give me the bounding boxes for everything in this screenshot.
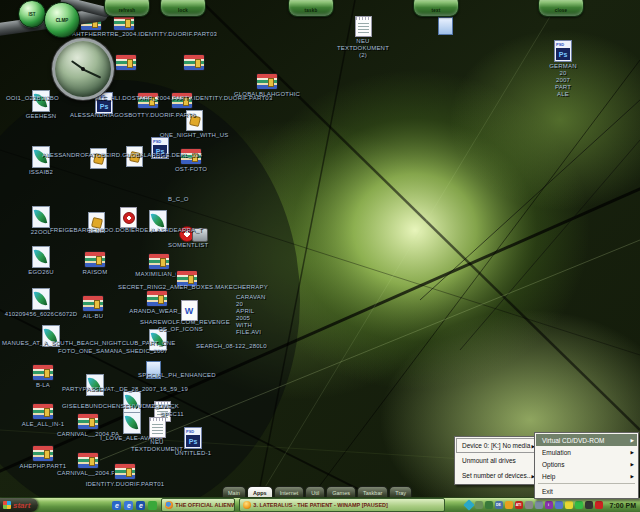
system-tray: DEATIi (465, 501, 607, 509)
menu-item-label: Emulation (542, 449, 571, 456)
tray-yellow[interactable] (565, 501, 573, 509)
taskbar-window-winamp[interactable]: 3. LATERALUS - THE PATIENT - WINAMP [PAU… (239, 498, 445, 512)
menu-item-help[interactable]: Help▶ (536, 470, 637, 482)
desktop-floating-label: ALESSANDRIAGOSBOTTY.DUORIF.PART0 (70, 112, 195, 119)
taskbar: start eee THE OFFICIAL ALIENWARE ANDROID… (0, 497, 640, 512)
tray-moon[interactable] (575, 501, 583, 509)
tray-daemon[interactable] (595, 501, 603, 509)
menu-separator (538, 483, 635, 484)
desktop-floating-label: PARTYPASSEVAT._DE_28_2007_16_59_19 (62, 386, 188, 393)
winamp-icon (243, 501, 251, 509)
menu-item-label: Set number of devices... (462, 472, 532, 479)
tray-media[interactable]: i (545, 501, 553, 509)
desktop-floating-label: ALESSANDROFATOBEIRD.GLOBALARRGE.DEKL_034 (42, 152, 202, 159)
analog-clock-widget (52, 38, 114, 100)
orb-button-big[interactable]: CLMP (44, 2, 80, 38)
desktop-floating-label: OS_OF_ICONS (158, 326, 203, 333)
menu-item-label: Options (542, 461, 564, 468)
menu-item-label: Help (542, 473, 555, 480)
menu-item-label: Exit (542, 488, 553, 495)
menu-item-label: Virtual CD/DVD-ROM (542, 437, 604, 444)
device-submenu: Device 0: [K:] No media▶Unmount all driv… (454, 436, 540, 485)
submenu-arrow-icon: ▶ (631, 462, 634, 467)
orb-button-small[interactable]: IST (18, 0, 46, 28)
tray-dark[interactable] (585, 501, 593, 509)
menu-item-device-0-k-no-media[interactable]: Device 0: [K:] No media▶ (456, 438, 538, 453)
top-button-lock[interactable]: lock (160, 0, 206, 17)
tray-context-menu: Virtual CD/DVD-ROM▶Emulation▶Options▶Hel… (534, 432, 639, 499)
desktop-floating-label: FOTO_ONE_SAMANA_SHEDIC_2007 (58, 348, 168, 355)
top-button-taskb[interactable]: taskb (288, 0, 334, 17)
menu-item-set-number-of-devices[interactable]: Set number of devices...▶ (456, 468, 538, 483)
start-button-label: start (13, 501, 30, 510)
taskbar-window-title: THE OFFICIAL ALIENWARE ANDROID FORUM !! … (175, 502, 235, 508)
desktop-floating-label: B_C_O (168, 196, 189, 203)
desktop-floating-label: SPECIAL_PH_ENHANCED (138, 372, 216, 379)
desktop-floating-label: SOMENTLIST (168, 242, 208, 249)
tray-burst[interactable] (505, 501, 513, 509)
firefox-icon (165, 501, 173, 509)
menu-item-label: Device 0: [K:] No media (462, 442, 530, 449)
taskbar-window-buttons: THE OFFICIAL ALIENWARE ANDROID FORUM !! … (157, 498, 445, 512)
desktop-floating-label: AHTFHERRTRE_2004.IDENTITY.DUORIF.PART03 (72, 31, 217, 38)
tray-steel[interactable] (535, 501, 543, 509)
tray-clock: 7:00 PM (607, 502, 640, 509)
start-button[interactable]: start (0, 498, 38, 512)
tray-multicolor[interactable] (525, 501, 533, 509)
submenu-arrow-icon: ▶ (631, 474, 634, 479)
desktop-floating-label: SECRET_RING2_AMER_BOXES.MAKECHERRAPY (118, 284, 268, 291)
desktop-floating-label: M2_UVE_ (146, 403, 175, 410)
clock-center-dot (81, 67, 85, 71)
desktop: IST CLMP refreshlocktaskbtextclose NEU T… (0, 0, 640, 512)
tray-window[interactable] (555, 501, 563, 509)
top-button-text[interactable]: text (413, 0, 459, 17)
taskbar-window-title: 3. LATERALUS - THE PATIENT - WINAMP [PAU… (253, 502, 388, 508)
menu-item-exit[interactable]: Exit (536, 485, 637, 497)
desktop-floating-label: SEARCH_08-122_280L0 (196, 343, 267, 350)
menu-item-label: Unmount all drives (462, 457, 516, 464)
menu-item-virtual-cd-dvd-rom[interactable]: Virtual CD/DVD-ROM▶ (536, 434, 637, 446)
clock-minute-hand (83, 68, 102, 78)
submenu-arrow-icon: ▶ (631, 438, 634, 443)
desktop-floating-label: MANUES_AT_A_SOUTH_BEACH_NIGHTCLUB_PART_O… (2, 340, 175, 347)
tray-ati[interactable]: ATI (515, 501, 523, 509)
desktop-floating-label: CARAVAN 20 APRIL 2005 WITH FILE.AVI (236, 294, 266, 336)
menu-item-options[interactable]: Options▶ (536, 458, 637, 470)
ie-icon-2[interactable]: e (124, 501, 133, 510)
taskbar-window-firefox[interactable]: THE OFFICIAL ALIENWARE ANDROID FORUM !! … (161, 498, 235, 512)
desktop-floating-label: FREIGEBARRENBOO.DOBIERDE.(LASHDEARRA_T (50, 227, 203, 234)
desktop-floating-label: ALE_HLI.DOSTARR_2004.PARTY.IDENTITY.DUOR… (95, 95, 272, 102)
tray-diamond[interactable] (463, 499, 474, 510)
menu-item-unmount-all-drives[interactable]: Unmount all drives (456, 453, 538, 468)
desktop-floating-label: SPEC11 (160, 411, 184, 418)
windows-flag-icon (3, 501, 11, 509)
desktop-floating-label: SHAREWOLF.COM_REVENGE (140, 319, 230, 326)
ie-icon[interactable]: e (112, 501, 121, 510)
top-button-refresh[interactable]: refresh (104, 0, 150, 17)
browser-icon[interactable]: e (136, 501, 145, 510)
desktop-floating-label: OOI1_O22B3I2BO (6, 95, 59, 102)
tray-de[interactable]: DE (495, 501, 503, 509)
tray-green[interactable] (485, 501, 493, 509)
tray-utility[interactable] (475, 501, 483, 509)
top-button-close[interactable]: close (538, 0, 584, 17)
quick-launch-bar: eee (112, 501, 157, 510)
submenu-arrow-icon: ▶ (631, 450, 634, 455)
folder-icon[interactable] (148, 501, 157, 510)
menu-item-emulation[interactable]: Emulation▶ (536, 446, 637, 458)
